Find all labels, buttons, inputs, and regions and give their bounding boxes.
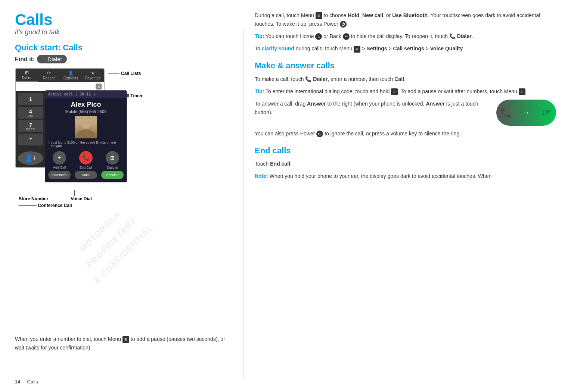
annotation-voice-dial: Voice Dial	[71, 190, 91, 201]
answer-hand-icon: ☞	[542, 104, 552, 121]
answer-arrow-icon: →	[522, 106, 530, 119]
person-body	[77, 129, 95, 138]
key-1[interactable]: 1	[18, 93, 43, 105]
watermark-text: MOTOROLAPROPRIETARY& CONFIDENTIAL	[66, 197, 158, 288]
note-label: Note:	[255, 173, 268, 179]
phone-search-bar: ✕	[16, 82, 104, 91]
home-icon: ⌂	[315, 33, 322, 40]
phone-icon: 📞	[39, 56, 46, 62]
dialer-label: Dialer	[47, 56, 62, 62]
bluetooth-button[interactable]: Bluetooth	[48, 171, 71, 179]
dialer-phone-icon: 📞	[449, 33, 456, 39]
add-call-button[interactable]: +	[53, 151, 66, 164]
dialpad-label: Dialpad	[107, 166, 118, 169]
tab-favorites-label: Favorites	[85, 76, 100, 80]
person-silhouette	[75, 116, 97, 138]
clarify-sound-highlight: clarify sound	[262, 46, 294, 51]
page-subtitle: it's good to talk	[15, 28, 232, 36]
dialer-icon-inline: 📞	[305, 76, 311, 82]
make-answer-heading: Make & answer calls	[255, 59, 556, 72]
page-num-text: 14	[15, 379, 20, 385]
para-tip-intl: Tip: To enter the international dialing …	[255, 87, 556, 96]
contact-name: Alex Pico	[48, 101, 124, 109]
tab-recent[interactable]: ⟳ Recent	[38, 69, 60, 82]
tab-dialer-label: Dialer	[22, 76, 31, 80]
end-call-button[interactable]: 📞	[79, 151, 93, 164]
menu-icon-1: ⊞	[122, 336, 129, 343]
active-call-overlay: Active call ( 00:12 ) Alex Pico Mobile (…	[45, 90, 127, 182]
page-title: Calls	[15, 11, 232, 28]
add-call-label: Add Call	[53, 166, 66, 169]
para-clarify: To clarify sound during calls, touch Men…	[255, 44, 556, 53]
tip-label-1: Tip:	[255, 33, 264, 39]
annotation-conference-call: ———— Conference Call	[19, 203, 232, 208]
person-head	[81, 118, 91, 129]
key-7[interactable]: 7PQRS	[18, 120, 43, 132]
para-tip-home: Tip: You can touch Home ⌂ or Back ↩ to h…	[255, 32, 556, 41]
clear-button[interactable]: ✕	[96, 84, 102, 90]
para-end-call: Touch End call.	[255, 160, 556, 168]
call-lists-label: Call Lists	[121, 71, 141, 76]
tab-favorites[interactable]: ★ Favorites	[82, 69, 104, 82]
dialer-pill[interactable]: 📞 Dialer	[37, 55, 66, 63]
contact-number: Mobile (555) 555-2505	[48, 109, 124, 114]
contact-photo	[75, 116, 97, 138]
right-column: During a call, touch Menu ⊞ to choose Ho…	[243, 0, 571, 392]
answer-section: 📞 → ☞ To answer a call, drag Answer to t…	[255, 100, 556, 129]
para-power-ignore: You can also press Power ⏻ to ignore the…	[255, 129, 556, 138]
back-icon: ↩	[343, 33, 350, 40]
mute-button[interactable]: Mute	[75, 171, 97, 179]
recent-tab-icon: ⟳	[47, 70, 51, 76]
para-note: Note: When you hold your phone to your e…	[255, 172, 556, 181]
zero-key-icon: 0	[391, 88, 398, 95]
store-number-label: Store Number	[19, 196, 48, 201]
page-number: 14 Calls	[15, 379, 38, 385]
contacts-tab-icon: 👤	[68, 70, 74, 76]
facebook-status-text: Just found $100 on the street! Drinks on…	[51, 141, 124, 148]
active-call-header: Active call ( 00:12 )	[45, 91, 127, 98]
key-star[interactable]: *	[18, 134, 43, 145]
menu-icon-r2: ⊞	[354, 46, 360, 53]
power-icon-1: ⏻	[340, 21, 347, 28]
answer-phone-icon: 📞	[501, 105, 512, 120]
voice-dial-label: Voice Dial	[71, 196, 91, 201]
quick-start-heading: Quick start: Calls	[15, 43, 232, 53]
speaker-button[interactable]: Speaker	[101, 171, 124, 179]
dialpad-button[interactable]: ⊞	[106, 151, 119, 164]
dialer-tab-icon: ⊞	[25, 70, 29, 75]
answer-demo: 📞 → ☞	[496, 100, 556, 126]
below-phone-text: When you enter a number to dial, touch M…	[15, 335, 232, 352]
tab-contacts-label: Contacts	[63, 76, 78, 80]
end-call-label: End Call	[80, 166, 92, 169]
find-it-label: Find it:	[15, 56, 35, 63]
key-4[interactable]: 4GHI	[18, 107, 43, 119]
left-column: Calls it's good to talk Quick start: Cal…	[0, 0, 243, 392]
favorites-tab-icon: ★	[91, 70, 95, 76]
facebook-icon: f	[48, 141, 49, 144]
tab-contacts[interactable]: 👤 Contacts	[60, 69, 82, 82]
power-icon-2: ⏻	[316, 131, 323, 137]
menu-icon-r3: ⊞	[519, 88, 525, 95]
call-buttons-row1: + Add Call 📞 End Call ⊞ Dialpad	[48, 151, 124, 169]
add-contact-button[interactable]: 👤+	[18, 151, 43, 165]
menu-icon-r1: ⊞	[316, 12, 322, 19]
facebook-status: f Just found $100 on the street! Drinks …	[48, 141, 124, 148]
annotation-store-number: Store Number	[19, 190, 48, 201]
phone-tabs: ⊞ Dialer ⟳ Recent 👤 Contacts ★ Favorites	[16, 69, 104, 82]
conference-call-label: Conference Call	[38, 203, 72, 208]
end-calls-heading: End calls	[255, 144, 556, 157]
para-during-call: During a call, touch Menu ⊞ to choose Ho…	[255, 11, 556, 28]
find-it-row: Find it: 📞 Dialer	[15, 55, 232, 63]
tip-label-2: Tip:	[255, 88, 264, 94]
bottom-annotations: Store Number Voice Dial	[19, 190, 232, 201]
page-section-label: Calls	[27, 379, 38, 385]
add-call-item: + Add Call	[48, 151, 71, 169]
tab-recent-label: Recent	[43, 76, 55, 80]
page-container: Calls it's good to talk Quick start: Cal…	[0, 0, 571, 392]
end-call-item: 📞 End Call	[75, 151, 97, 169]
call-buttons-row2: Bluetooth Mute Speaker	[48, 171, 124, 179]
below-phone-para: When you enter a number to dial, touch M…	[15, 335, 232, 352]
dialpad-item: ⊞ Dialpad	[101, 151, 124, 169]
tab-dialer[interactable]: ⊞ Dialer	[16, 69, 38, 82]
para-make-call: To make a call, touch 📞 Dialer, enter a …	[255, 75, 556, 84]
